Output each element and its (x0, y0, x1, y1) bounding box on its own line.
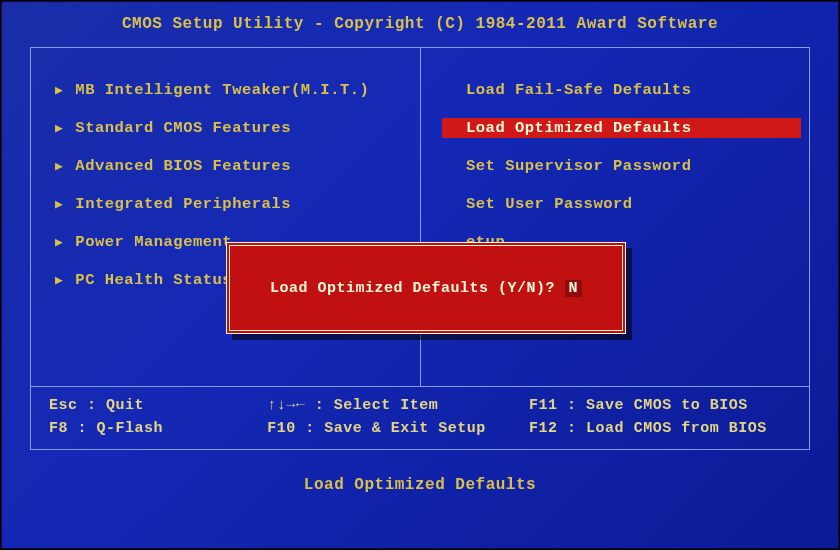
menu-label: Advanced BIOS Features (75, 157, 291, 175)
hint-f10: F10 : Save & Exit Setup (267, 420, 529, 437)
menu-item-standard-cmos[interactable]: ▶ Standard CMOS Features (53, 118, 412, 138)
triangle-right-icon: ▶ (55, 120, 63, 136)
menu-label: Load Fail-Safe Defaults (466, 81, 691, 99)
menu-item-supervisor-password[interactable]: Set Supervisor Password (442, 156, 801, 176)
triangle-right-icon: ▶ (55, 82, 63, 98)
menu-item-advanced-bios[interactable]: ▶ Advanced BIOS Features (53, 156, 412, 176)
triangle-right-icon: ▶ (55, 234, 63, 250)
menu-label: Power Management (75, 233, 232, 251)
menu-label: Set Supervisor Password (466, 157, 691, 175)
footer-hints: Esc : Quit ↑↓→← : Select Item F11 : Save… (30, 387, 810, 450)
hint-arrows: ↑↓→← : Select Item (267, 397, 529, 414)
hint-esc: Esc : Quit (49, 397, 267, 414)
menu-item-user-password[interactable]: Set User Password (442, 194, 801, 214)
hint-f11: F11 : Save CMOS to BIOS (529, 397, 791, 414)
triangle-right-icon: ▶ (55, 272, 63, 288)
main-menu-box: ▶ MB Intelligent Tweaker(M.I.T.) ▶ Stand… (30, 47, 810, 387)
menu-label: Set User Password (466, 195, 633, 213)
left-menu-column: ▶ MB Intelligent Tweaker(M.I.T.) ▶ Stand… (31, 48, 420, 386)
confirm-dialog[interactable]: Load Optimized Defaults (Y/N)? N (226, 242, 626, 334)
menu-label: PC Health Status (75, 271, 232, 289)
menu-item-load-failsafe[interactable]: Load Fail-Safe Defaults (442, 80, 801, 100)
right-menu-column: Load Fail-Safe Defaults Load Optimized D… (420, 48, 809, 386)
triangle-right-icon: ▶ (55, 196, 63, 212)
menu-item-mit[interactable]: ▶ MB Intelligent Tweaker(M.I.T.) (53, 80, 412, 100)
status-message: Load Optimized Defaults (2, 476, 838, 494)
bios-title: CMOS Setup Utility - Copyright (C) 1984-… (2, 2, 838, 41)
menu-item-integrated-peripherals[interactable]: ▶ Integrated Peripherals (53, 194, 412, 214)
menu-label: Standard CMOS Features (75, 119, 291, 137)
dialog-answer[interactable]: N (565, 280, 583, 297)
menu-label: MB Intelligent Tweaker(M.I.T.) (75, 81, 369, 99)
menu-label: Load Optimized Defaults (466, 119, 691, 137)
column-divider (420, 48, 421, 386)
hint-f8: F8 : Q-Flash (49, 420, 267, 437)
hint-f12: F12 : Load CMOS from BIOS (529, 420, 791, 437)
triangle-right-icon: ▶ (55, 158, 63, 174)
menu-label: Integrated Peripherals (75, 195, 291, 213)
menu-item-load-optimized[interactable]: Load Optimized Defaults (442, 118, 801, 138)
dialog-prompt: Load Optimized Defaults (Y/N)? (270, 280, 555, 297)
